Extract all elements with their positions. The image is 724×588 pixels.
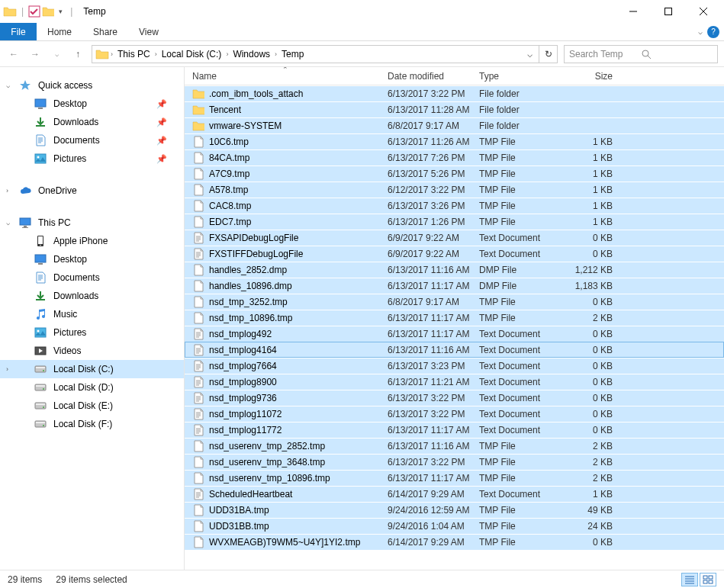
sidebar-onedrive[interactable]: › OneDrive	[0, 182, 184, 200]
refresh-button[interactable]: ↻	[539, 45, 558, 63]
file-row[interactable]: nsd_userenv_tmp_3648.tmp 6/13/2017 3:22 …	[185, 454, 724, 470]
column-type[interactable]: Type	[471, 71, 565, 82]
file-row[interactable]: UDD31BA.tmp 9/24/2016 12:59 AM TMP File …	[185, 502, 724, 518]
chevron-right-icon[interactable]: ›	[111, 50, 113, 58]
chevron-right-icon[interactable]: ›	[275, 50, 277, 58]
qat-folder-icon[interactable]	[42, 5, 54, 18]
file-row[interactable]: nsd_userenv_tmp_2852.tmp 6/13/2017 11:16…	[185, 438, 724, 454]
qat-properties-icon[interactable]	[28, 5, 40, 18]
sidebar-quick-access[interactable]: ⌵ Quick access	[0, 76, 184, 95]
file-row[interactable]: A7C9.tmp 6/13/2017 5:26 PM TMP File 1 KB	[185, 165, 724, 182]
breadcrumb-temp[interactable]: Temp	[278, 49, 307, 59]
file-row[interactable]: CAC8.tmp 6/13/2017 3:26 PM TMP File 1 KB	[185, 198, 724, 214]
sidebar-item[interactable]: Pictures	[0, 323, 184, 342]
sidebar-item[interactable]: Desktop	[0, 250, 184, 268]
breadcrumb-windows[interactable]: Windows	[230, 49, 273, 59]
qat-dropdown-icon[interactable]: ▾	[59, 8, 63, 15]
file-row[interactable]: FXSTIFFDebugLogFile 6/9/2017 9:22 AM Tex…	[185, 246, 724, 262]
help-button[interactable]: ?	[707, 26, 719, 38]
sidebar-item[interactable]: › Local Disk (C:)	[0, 360, 184, 378]
file-row[interactable]: nsd_tmplog11772 6/13/2017 11:17 AM Text …	[185, 422, 724, 438]
file-row[interactable]: FXSAPIDebugLogFile 6/9/2017 9:22 AM Text…	[185, 230, 724, 246]
breadcrumb-this-pc[interactable]: This PC	[114, 49, 153, 59]
minimize-button[interactable]	[616, 0, 651, 23]
file-row[interactable]: 84CA.tmp 6/13/2017 7:26 PM TMP File 1 KB	[185, 149, 724, 165]
file-size: 1 KB	[565, 153, 620, 163]
sidebar-item[interactable]: Apple iPhone	[0, 232, 184, 250]
file-size: 0 KB	[565, 297, 620, 307]
forward-button[interactable]: →	[27, 47, 43, 62]
monitor-icon	[18, 217, 32, 229]
file-tab[interactable]: File	[0, 23, 37, 40]
sidebar-item[interactable]: Local Disk (F:)	[0, 415, 184, 433]
column-size[interactable]: Size	[565, 71, 620, 82]
file-row[interactable]: handles_10896.dmp 6/13/2017 11:17 AM DMP…	[185, 278, 724, 294]
sidebar-item[interactable]: Documents	[0, 268, 184, 287]
file-row[interactable]: UDD31BB.tmp 9/24/2016 1:04 AM TMP File 2…	[185, 518, 724, 534]
sidebar-item[interactable]: Downloads 📌	[0, 113, 184, 131]
text-icon	[192, 376, 204, 388]
sidebar-item[interactable]: Local Disk (E:)	[0, 397, 184, 415]
ribbon-expand-icon[interactable]: ⌵	[698, 27, 703, 36]
file-row[interactable]: nsd_tmp_10896.tmp 6/13/2017 11:17 AM TMP…	[185, 310, 724, 326]
chevron-right-icon[interactable]: ›	[155, 50, 157, 58]
file-row[interactable]: ScheduledHeartbeat 6/14/2017 9:29 AM Tex…	[185, 486, 724, 502]
address-bar[interactable]: › This PC › Local Disk (C:) › Windows › …	[92, 45, 539, 63]
chevron-down-icon[interactable]: ⌵	[6, 82, 10, 89]
file-row[interactable]: nsd_tmplog9736 6/13/2017 3:22 PM Text Do…	[185, 390, 724, 406]
file-list[interactable]: ⌃ Name Date modified Type Size .com_ibm_…	[185, 67, 724, 570]
recent-dropdown-icon[interactable]: ⌵	[49, 47, 64, 62]
tab-home[interactable]: Home	[37, 23, 82, 40]
file-row[interactable]: nsd_tmplog8900 6/13/2017 11:21 AM Text D…	[185, 374, 724, 390]
tab-view[interactable]: View	[128, 23, 169, 40]
file-row[interactable]: .com_ibm_tools_attach 6/13/2017 3:22 PM …	[185, 85, 724, 101]
file-type: TMP File	[471, 185, 565, 195]
sidebar-item[interactable]: Desktop 📌	[0, 95, 184, 113]
file-row[interactable]: WVXMEAGB)T9WM5~U4Y]1YI2.tmp 6/14/2017 9:…	[185, 534, 724, 550]
up-button[interactable]: ↑	[70, 47, 85, 62]
chevron-right-icon[interactable]: ›	[6, 187, 8, 194]
details-view-button[interactable]	[681, 573, 698, 586]
file-row[interactable]: nsd_tmplog492 6/13/2017 11:17 AM Text Do…	[185, 326, 724, 342]
sidebar-item[interactable]: Videos	[0, 342, 184, 360]
file-row[interactable]: EDC7.tmp 6/13/2017 1:26 PM TMP File 1 KB	[185, 214, 724, 230]
sidebar-item[interactable]: Documents 📌	[0, 131, 184, 149]
status-bar: 29 items 29 items selected	[0, 570, 724, 588]
back-button[interactable]: ←	[6, 47, 21, 62]
file-icon	[192, 440, 204, 452]
search-box[interactable]: Search Temp	[564, 45, 718, 63]
file-row[interactable]: handles_2852.dmp 6/13/2017 11:16 AM DMP …	[185, 262, 724, 278]
chevron-right-icon[interactable]: ›	[226, 50, 228, 58]
file-row[interactable]: Tencent 6/13/2017 11:28 AM File folder	[185, 101, 724, 117]
file-icon	[192, 536, 204, 548]
sidebar-item[interactable]: Local Disk (D:)	[0, 378, 184, 397]
pin-icon: 📌	[156, 136, 167, 146]
file-type: File folder	[471, 104, 565, 115]
tab-share[interactable]: Share	[82, 23, 128, 40]
file-row[interactable]: 10C6.tmp 6/13/2017 11:26 AM TMP File 1 K…	[185, 133, 724, 149]
file-row[interactable]: nsd_tmplog4164 6/13/2017 11:16 AM Text D…	[185, 342, 724, 358]
file-row[interactable]: A578.tmp 6/12/2017 3:22 PM TMP File 1 KB	[185, 182, 724, 198]
file-row[interactable]: vmware-SYSTEM 6/8/2017 9:17 AM File fold…	[185, 117, 724, 133]
sidebar-item-label: Desktop	[53, 254, 87, 265]
sidebar-item[interactable]: Downloads	[0, 287, 184, 305]
chevron-right-icon[interactable]: ›	[6, 365, 8, 373]
maximize-button[interactable]	[651, 0, 686, 23]
file-row[interactable]: nsd_tmplog11072 6/13/2017 3:22 PM Text D…	[185, 406, 724, 422]
file-row[interactable]: nsd_tmp_3252.tmp 6/8/2017 9:17 AM TMP Fi…	[185, 294, 724, 310]
breadcrumb-drive[interactable]: Local Disk (C:)	[159, 49, 225, 59]
star-icon	[18, 79, 32, 92]
address-dropdown-icon[interactable]: ⌵	[524, 49, 536, 59]
sidebar-this-pc[interactable]: ⌵ This PC	[0, 214, 184, 232]
svg-rect-20	[709, 580, 713, 583]
sidebar-item[interactable]: Music	[0, 305, 184, 323]
column-date[interactable]: Date modified	[380, 71, 471, 82]
close-button[interactable]	[686, 0, 721, 23]
chevron-down-icon[interactable]: ⌵	[6, 219, 10, 227]
folder-icon	[192, 120, 204, 132]
file-row[interactable]: nsd_tmplog7664 6/13/2017 3:23 PM Text Do…	[185, 358, 724, 374]
sidebar-item[interactable]: Pictures 📌	[0, 149, 184, 168]
large-icons-view-button[interactable]	[700, 573, 716, 586]
file-row[interactable]: nsd_userenv_tmp_10896.tmp 6/13/2017 11:1…	[185, 470, 724, 486]
disk-icon	[34, 418, 47, 430]
